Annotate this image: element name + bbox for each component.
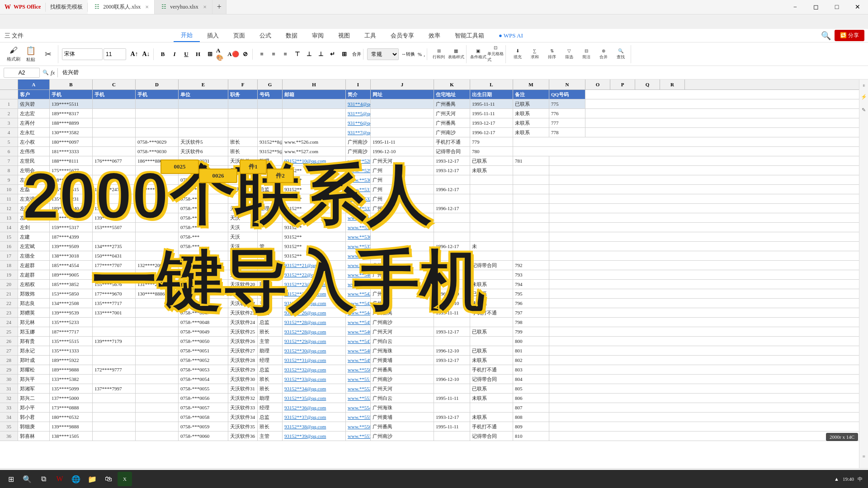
wps-taskbar-btn[interactable]: W [52, 472, 67, 486]
table-cell[interactable]: 931**6@qq.com [346, 118, 371, 127]
table-cell[interactable]: 广州番禺 [434, 99, 470, 108]
table-cell[interactable]: 左栢权 [18, 280, 50, 289]
table-cell[interactable]: 173****0888 [50, 403, 93, 412]
table-cell[interactable]: 189****5922 [50, 356, 93, 365]
table-cell[interactable]: www.**550.com [346, 365, 371, 374]
menu-wpsai[interactable]: ● WPS AI [491, 29, 530, 42]
wps-logo[interactable]: W WPS Office [0, 4, 45, 11]
table-cell[interactable]: 139****5511 [50, 99, 93, 108]
table-cell[interactable]: www.**555.com [346, 413, 371, 422]
table-cell[interactable]: 郑耀松 [18, 365, 50, 374]
table-cell[interactable]: 0758-***0046 [179, 299, 228, 308]
table-cell[interactable] [470, 337, 513, 346]
table-cell[interactable] [513, 166, 549, 175]
table-cell[interactable]: 189****8317 [50, 109, 93, 118]
table-cell[interactable] [513, 175, 549, 184]
table-cell[interactable]: 广州南沙 [371, 318, 434, 327]
table-cell[interactable]: 181****3333 [50, 147, 93, 156]
table-cell[interactable]: 135****9231 [50, 194, 93, 203]
table-cell[interactable]: 135****5233 [50, 318, 93, 327]
formula-input[interactable] [61, 68, 864, 78]
table-cell[interactable]: 广州天河 [371, 156, 434, 165]
table-cell[interactable]: 1995-11-11 [434, 308, 470, 317]
underline-btn[interactable]: U [181, 49, 192, 60]
table-row[interactable]: 30郑兴平133****53820758-***0054天沃软件30班长9315… [0, 375, 868, 384]
filter-btn[interactable]: ▽ 筛选 [561, 45, 577, 63]
table-cell[interactable] [179, 109, 228, 118]
fill-btn[interactable]: ⬇ 填充 [509, 45, 526, 63]
table-cell[interactable]: 广州南沙 [346, 147, 371, 156]
table-cell[interactable]: 郑湘军 [18, 384, 50, 393]
table-cell[interactable]: 931**4@qq.com [346, 99, 371, 108]
table-cell[interactable]: 郑永记 [18, 346, 50, 355]
conditional-format-btn[interactable]: ▣ 条件格式 [470, 45, 486, 63]
table-cell[interactable]: 931**5@qq.com [346, 109, 371, 118]
table-cell[interactable]: 记得带合同 [470, 261, 513, 270]
table-cell[interactable]: www.**541.com [346, 280, 371, 289]
align-center-btn[interactable]: ≡ [268, 49, 279, 60]
table-cell[interactable] [136, 242, 179, 251]
table-row[interactable]: 5左小权180****00970758-***0029天沃软件5班长93152*… [0, 137, 868, 147]
table-cell[interactable]: 手机打不通 [470, 308, 513, 317]
table-cell[interactable]: www.**527.com [283, 147, 346, 156]
table-cell[interactable]: 0758-*** [179, 204, 228, 213]
table-cell[interactable] [513, 204, 549, 213]
table-cell[interactable]: www.**535 [346, 223, 371, 232]
right-panel-icon4[interactable]: ≡ [862, 454, 865, 459]
find-btn[interactable]: 🔍 查找 [613, 45, 629, 63]
table-cell[interactable]: 未联系 [470, 413, 513, 422]
table-cell[interactable]: 1995-11-11 [434, 394, 470, 403]
table-cell[interactable]: 0758-*** [179, 213, 228, 222]
table-cell[interactable]: 188****8899 [50, 118, 93, 127]
table-cell[interactable]: 0758-***0031 [179, 156, 228, 165]
menu-tools[interactable]: 工具 [357, 29, 383, 42]
table-row[interactable]: 23郑赠英139****9539133****70010758-***0047天… [0, 308, 868, 318]
table-cell[interactable]: 手机打不通 [434, 137, 470, 146]
table-cell[interactable]: 0758-*** [179, 251, 228, 260]
table-cell[interactable]: 93152**37@qq.com [283, 413, 346, 422]
table-cell[interactable]: 1996-12-17 [434, 185, 470, 194]
table-cell[interactable]: www.**534 [346, 213, 371, 222]
table-cell[interactable] [371, 99, 434, 108]
table-cell[interactable]: 795 [513, 289, 549, 298]
col-header-D[interactable]: D [136, 80, 179, 89]
table-cell[interactable]: 天沃软件6 [179, 147, 228, 156]
table-cell[interactable] [93, 413, 136, 422]
table-cell[interactable] [136, 270, 179, 279]
table-cell[interactable] [93, 318, 136, 327]
table-cell[interactable]: 0758-*** [179, 185, 228, 194]
table-cell[interactable]: 经理 [258, 204, 283, 213]
table-cell[interactable]: 801 [513, 346, 549, 355]
table-cell[interactable]: www.**547.com [346, 337, 371, 346]
table-cell[interactable]: 0758-*** [179, 242, 228, 251]
table-cell[interactable]: 1996-12-10 [434, 299, 470, 308]
close-btn[interactable]: ✕ [847, 0, 868, 14]
table-cell[interactable]: 郑小平 [18, 403, 50, 412]
table-cell[interactable]: 793 [513, 270, 549, 279]
table-cell[interactable]: 189****5540 [50, 204, 93, 213]
insert-row-btn[interactable]: ⊞ 行和列 [431, 45, 447, 63]
table-cell[interactable]: 广州海珠 [371, 403, 434, 412]
table-row[interactable]: 1佐兴碧139****5511931**4@qq.com广州番禺1995-11-… [0, 99, 868, 109]
table-cell[interactable]: 93152**28@qq.com [283, 327, 346, 336]
table-cell[interactable]: 93152** [283, 204, 346, 213]
table-cell[interactable]: 93152** [283, 185, 346, 194]
table-cell[interactable]: 93152**9@qq.com [258, 147, 283, 156]
table-cell[interactable] [179, 99, 228, 108]
table-cell[interactable]: 1993-12-17 [434, 356, 470, 365]
table-row[interactable]: 19左超群189****90050758-***0043天沃软件19总监9315… [0, 270, 868, 280]
col-header-L[interactable]: L [470, 80, 513, 89]
table-cell[interactable]: 93152** [283, 194, 346, 203]
table-cell[interactable] [93, 128, 136, 137]
table-cell[interactable]: 广州南沙 [371, 432, 434, 441]
table-cell[interactable]: 1995-11-11 [371, 137, 434, 146]
explorer-taskbar-btn[interactable]: 📁 [85, 472, 99, 486]
size-selector[interactable] [104, 48, 126, 60]
table-cell[interactable]: 未联系 [470, 280, 513, 289]
table-cell[interactable]: 左超群 [18, 261, 50, 270]
table-cell[interactable]: 93152**25@qq.com [283, 299, 346, 308]
table-cell[interactable]: 天沃软件26 [228, 337, 258, 346]
table-cell[interactable] [93, 147, 136, 156]
table-cell[interactable] [228, 118, 258, 127]
table-cell[interactable]: www.**545.com [346, 318, 371, 327]
